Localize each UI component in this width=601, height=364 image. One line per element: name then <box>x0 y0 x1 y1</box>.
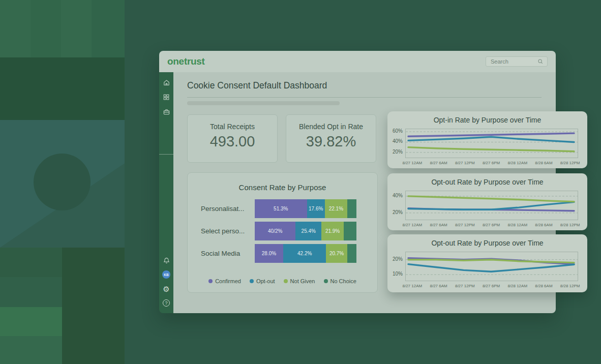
bar-segment <box>347 199 356 218</box>
bg-shape <box>62 248 125 364</box>
bar-segment <box>347 244 356 263</box>
line-chart: 10%20%8/27 12AM8/27 6AM8/27 12PM8/27 6PM… <box>387 249 587 291</box>
bar-segment <box>344 222 356 240</box>
bg-shape <box>0 248 62 277</box>
chart-plot <box>405 252 578 281</box>
consent-bar-rows: Personalisat...51.3%17.6%22.1%Select per… <box>195 199 370 266</box>
home-icon[interactable] <box>162 78 170 86</box>
bar-row: Social Media28.0%42.2%20.7% <box>195 244 370 263</box>
settings-gear-icon[interactable]: ⚙ <box>162 285 170 293</box>
x-axis-label: 8/28 12PM <box>557 284 583 288</box>
x-axis-label: 8/27 12PM <box>452 284 478 288</box>
bar-segment: 21.9% <box>321 222 344 240</box>
bg-shape <box>0 336 62 364</box>
bar-segment-value: 20.7% <box>329 251 344 256</box>
bar-segment-value: 28.0% <box>262 251 276 256</box>
bell-icon[interactable] <box>162 256 170 264</box>
bar-segment-value: 22.1% <box>329 206 343 211</box>
bar-segment: 51.3% <box>255 199 307 218</box>
legend-dot <box>208 279 213 283</box>
legend-label: No Choice <box>330 278 356 284</box>
bg-shape <box>31 0 61 57</box>
legend-item: Opt-out <box>250 278 275 284</box>
x-axis-label: 8/28 12AM <box>504 161 531 165</box>
bar-segment: 28.0% <box>255 244 283 263</box>
x-axis-label: 8/28 6AM <box>531 223 557 227</box>
apps-grid-icon[interactable] <box>162 93 170 101</box>
user-avatar[interactable]: KB <box>162 270 170 279</box>
bar-row-label: Social Media <box>195 250 255 257</box>
x-axis-label: 8/28 12PM <box>557 161 583 165</box>
opt-in-rate-chart-card: Opt-in Rate by Purpose over Time 20%40%6… <box>387 111 587 168</box>
bar-segment-value: 51.3% <box>274 206 288 211</box>
x-axis-label: 8/28 6AM <box>531 284 557 288</box>
bg-shape <box>0 277 62 307</box>
bar-segment-value: 17.6% <box>309 206 323 211</box>
x-axis-label: 8/27 6AM <box>426 161 452 165</box>
chart-title: Opt-in Rate by Purpose over Time <box>387 116 587 124</box>
stat-value: 493.00 <box>210 133 255 150</box>
y-axis-label: 20% <box>387 256 403 262</box>
sidebar-divider <box>159 154 173 155</box>
legend-item: Not Given <box>284 278 315 284</box>
y-axis-label: 10% <box>387 271 403 277</box>
x-axis-label: 8/27 12AM <box>399 284 426 288</box>
bar-row: Select perso...40/2%25.4%21.9% <box>195 222 370 240</box>
legend-item: Confirmed <box>208 278 241 284</box>
chart-title: Opt-out Rate by Purpose over Time <box>387 239 587 247</box>
chart-plot <box>405 191 578 220</box>
briefcase-icon[interactable] <box>162 108 170 116</box>
bar-segment: 20.7% <box>326 244 347 263</box>
search-input[interactable] <box>490 58 537 65</box>
bar-segment-value: 21.9% <box>325 228 340 234</box>
opt-out-rate-chart-card-2: Opt-out Rate by Purpose over Time 10%20%… <box>387 234 587 292</box>
search-icon[interactable] <box>537 58 544 65</box>
y-axis-label: 40% <box>387 193 403 198</box>
skeleton-loading-bar <box>187 101 340 105</box>
y-axis-label: 60% <box>387 128 403 134</box>
x-axis-label: 8/27 6PM <box>478 284 504 288</box>
bar-segment-value: 40/2% <box>268 228 282 234</box>
stat-card-total-receipts: Total Receipts 493.00 <box>187 114 278 163</box>
page-background: onetrust <box>0 0 601 364</box>
bar-row-label: Personalisat... <box>195 205 255 213</box>
x-axis-labels: 8/27 12AM8/27 6AM8/27 12PM8/27 6PM8/28 1… <box>399 223 583 227</box>
y-axis-label: 40% <box>387 138 403 144</box>
line-chart: 20%40%60%8/27 12AM8/27 6AM8/27 12PM8/27 … <box>387 126 587 168</box>
legend-item: No Choice <box>324 278 356 284</box>
x-axis-label: 8/27 6PM <box>478 223 504 227</box>
topbar: onetrust <box>159 51 556 72</box>
x-axis-labels: 8/27 12AM8/27 6AM8/27 12PM8/27 6PM8/28 1… <box>399 284 583 288</box>
x-axis-labels: 8/27 12AM8/27 6AM8/27 12PM8/27 6PM8/28 1… <box>399 161 583 165</box>
bar-segment: 40/2% <box>255 222 295 240</box>
bar-segment-value: 25.4% <box>302 228 316 234</box>
bar-track: 28.0%42.2%20.7% <box>255 244 356 263</box>
stat-label: Total Receipts <box>210 123 255 131</box>
bar-track: 40/2%25.4%21.9% <box>255 222 356 240</box>
bar-track: 51.3%17.6%22.1% <box>255 199 356 218</box>
y-axis-label: 20% <box>387 209 403 215</box>
legend-dot <box>284 279 288 283</box>
bar-segment: 42.2% <box>283 244 326 263</box>
chart-title: Consent Rate by Purpose <box>188 183 377 192</box>
legend-label: Confirmed <box>215 278 241 284</box>
bg-shape <box>0 57 125 120</box>
legend-dot <box>324 279 328 283</box>
stat-card-blended-opt-in-rate: Blended Opt in Rate 39.82% <box>286 114 376 163</box>
opt-out-rate-chart-card-1: Opt-out Rate by Purpose over Time 20%40%… <box>387 173 587 230</box>
stat-value: 39.82% <box>306 133 356 150</box>
help-icon[interactable]: ? <box>162 299 170 307</box>
title-divider <box>187 97 542 98</box>
search-box[interactable] <box>486 56 548 67</box>
consent-legend: ConfirmedOpt-outNot GivenNo Choice <box>188 278 377 284</box>
bar-row-label: Select perso... <box>195 227 255 235</box>
bar-segment: 17.6% <box>307 199 325 218</box>
x-axis-label: 8/28 12AM <box>504 223 531 227</box>
bar-row: Personalisat...51.3%17.6%22.1% <box>195 199 370 218</box>
x-axis-label: 8/27 12AM <box>399 223 426 227</box>
legend-label: Opt-out <box>256 278 275 284</box>
stat-label: Blended Opt in Rate <box>299 123 363 131</box>
sidebar-bottom-group: KB ⚙ ? <box>159 256 173 307</box>
bg-circle <box>34 154 91 210</box>
line-chart: 20%40%8/27 12AM8/27 6AM8/27 12PM8/27 6PM… <box>387 188 587 230</box>
